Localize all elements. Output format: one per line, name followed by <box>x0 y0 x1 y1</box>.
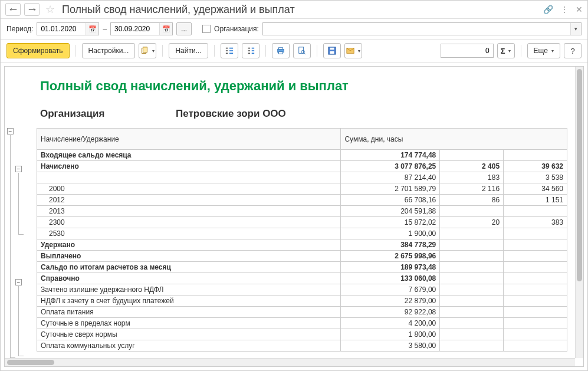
cell-hours <box>504 251 567 262</box>
preview-button[interactable] <box>293 43 311 58</box>
close-icon[interactable]: ✕ <box>576 5 583 14</box>
mail-icon <box>346 47 354 55</box>
send-button[interactable]: ▾ <box>344 43 362 58</box>
toolbar-number-field[interactable] <box>441 44 494 58</box>
table-row[interactable]: Сальдо по итогам расчетов за месяц189 97… <box>37 262 567 273</box>
sum-button[interactable]: Σ ▾ <box>497 43 515 58</box>
table-row[interactable]: 230015 872,0220383 <box>37 217 567 228</box>
cell-days <box>440 239 504 251</box>
collapse-all-button[interactable] <box>242 43 259 58</box>
expand-level1-button[interactable]: − <box>7 128 14 134</box>
printer-icon <box>277 47 285 55</box>
vertical-scrollbar[interactable] <box>575 67 583 358</box>
table-row[interactable]: Оплата коммунальных услуг3 580,00 <box>37 340 567 352</box>
table-row[interactable]: Удержано384 778,29 <box>37 239 567 251</box>
preview-icon <box>298 47 306 55</box>
print-button[interactable] <box>272 43 290 58</box>
date-from-field[interactable]: 📅 <box>37 22 99 35</box>
favorite-star-icon[interactable]: ☆ <box>43 3 57 16</box>
cell-days <box>440 340 504 352</box>
nav-forward-button[interactable]: 🡒 <box>24 3 40 16</box>
cell-hours: 383 <box>504 217 567 228</box>
svg-rect-8 <box>330 51 334 54</box>
cell-hours: 1 151 <box>504 195 567 206</box>
table-row[interactable]: Суточные сверх нормы1 800,00 <box>37 329 567 340</box>
help-button[interactable]: ? <box>564 43 582 58</box>
cell-name: Выплачено <box>37 251 341 262</box>
cell-days: 86 <box>440 195 504 206</box>
cell-days: 183 <box>440 172 504 183</box>
more-button[interactable]: Еще▾ <box>527 43 560 58</box>
cell-hours <box>504 340 567 352</box>
cell-hours <box>504 228 567 239</box>
cell-days <box>440 228 504 239</box>
report-title: Полный свод начислений, удержаний и выпл… <box>37 70 570 106</box>
cell-sum: 15 872,02 <box>341 217 440 228</box>
save-button[interactable] <box>323 43 341 58</box>
expand-all-button[interactable] <box>221 43 238 58</box>
toolbar: Сформировать Настройки... ▾ Найти... ▾ Σ… <box>1 40 587 63</box>
nav-back-button[interactable]: 🡐 <box>5 3 21 16</box>
table-row[interactable]: 20002 701 589,792 11634 560 <box>37 183 567 195</box>
table-row[interactable]: Оплата питания92 922,08 <box>37 307 567 318</box>
table-row[interactable]: НДФЛ к зачету в счет будущих платежей22 … <box>37 296 567 307</box>
expand-group-spravochno[interactable]: − <box>15 279 22 285</box>
cell-hours: 3 538 <box>504 172 567 183</box>
table-row[interactable]: Выплачено2 675 998,96 <box>37 251 567 262</box>
cell-hours <box>504 318 567 329</box>
cell-days <box>440 206 504 217</box>
table-row[interactable]: 2013204 591,88 <box>37 206 567 217</box>
link-icon[interactable]: 🔗 <box>543 5 553 14</box>
expand-all-icon <box>225 47 234 55</box>
generate-button[interactable]: Сформировать <box>6 43 70 58</box>
table-row[interactable]: Суточные в пределах норм4 200,00 <box>37 318 567 329</box>
date-to-input[interactable] <box>111 25 159 33</box>
org-checkbox[interactable] <box>202 25 211 33</box>
kebab-menu-icon[interactable]: ⋮ <box>560 5 569 14</box>
org-label: Организация: <box>214 25 259 33</box>
table-row[interactable]: Справочно133 060,08 <box>37 273 567 284</box>
collapse-all-icon <box>247 47 255 55</box>
report-table: Начисление/Удержание Сумма, дни, часы Вх… <box>37 128 567 352</box>
period-label: Период: <box>6 25 33 33</box>
find-button[interactable]: Найти... <box>169 43 208 58</box>
settings-variants-button[interactable]: ▾ <box>139 43 156 58</box>
table-row[interactable]: 87 214,401833 538 <box>37 172 567 183</box>
grouping-gutter: − − − <box>7 70 34 352</box>
cell-hours <box>504 296 567 307</box>
cell-sum: 2 675 998,96 <box>341 251 440 262</box>
cell-name: НДФЛ к зачету в счет будущих платежей <box>37 296 341 307</box>
cell-name: Суточные в пределах норм <box>37 318 341 329</box>
table-row[interactable]: 201266 708,16861 151 <box>37 195 567 206</box>
org-dropdown-icon[interactable]: ▾ <box>570 23 581 35</box>
expand-group-nachisleno[interactable]: − <box>15 166 22 172</box>
cell-name: 2300 <box>37 217 341 228</box>
cell-sum: 174 774,48 <box>341 150 440 161</box>
table-row[interactable]: Начислено3 077 876,252 40539 632 <box>37 161 567 172</box>
page-title: Полный свод начислений, удержаний и выпл… <box>61 4 540 16</box>
date-from-input[interactable] <box>37 25 86 33</box>
date-from-calendar-icon[interactable]: 📅 <box>86 23 98 35</box>
table-row[interactable]: Зачтено излишне удержанного НДФЛ7 679,00 <box>37 284 567 296</box>
cell-name <box>37 172 341 183</box>
cell-days <box>440 284 504 296</box>
cell-name: Суточные сверх нормы <box>37 329 341 340</box>
cell-days <box>440 251 504 262</box>
table-row[interactable]: 25301 900,00 <box>37 228 567 239</box>
org-field[interactable]: ▾ <box>262 22 582 35</box>
cell-sum: 4 200,00 <box>341 318 440 329</box>
period-ellipsis-button[interactable]: ... <box>176 22 192 35</box>
cell-name: 2013 <box>37 206 341 217</box>
cell-sum: 7 679,00 <box>341 284 440 296</box>
cell-days <box>440 307 504 318</box>
cell-sum: 22 879,00 <box>341 296 440 307</box>
cell-name: Зачтено излишне удержанного НДФЛ <box>37 284 341 296</box>
date-to-field[interactable]: 📅 <box>110 22 173 35</box>
settings-button[interactable]: Настройки... <box>82 43 136 58</box>
cell-sum: 2 701 589,79 <box>341 183 440 195</box>
title-bar: 🡐 🡒 ☆ Полный свод начислений, удержаний … <box>1 1 587 19</box>
table-row[interactable]: Входящее сальдо месяца174 774,48 <box>37 150 567 161</box>
date-to-calendar-icon[interactable]: 📅 <box>159 23 172 35</box>
horizontal-scrollbar[interactable] <box>5 358 575 366</box>
cell-days: 2 405 <box>440 161 504 172</box>
